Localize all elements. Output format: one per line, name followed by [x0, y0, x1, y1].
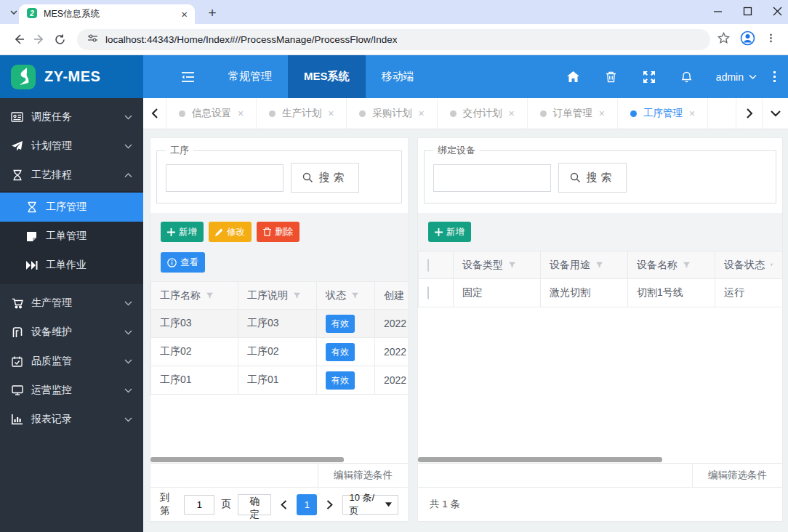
tab-scroll-left-icon[interactable]	[143, 98, 166, 129]
edit-button[interactable]: 修改	[209, 222, 252, 242]
tab-production-plan[interactable]: 生产计划×	[257, 98, 347, 129]
select-all-checkbox[interactable]	[427, 259, 429, 272]
fullscreen-icon[interactable]	[630, 55, 668, 98]
next-page-icon[interactable]	[323, 500, 336, 509]
nav-item-mobile[interactable]: 移动端	[366, 55, 430, 98]
device-search-input[interactable]	[433, 164, 551, 192]
horizontal-scrollbar[interactable]	[150, 457, 408, 463]
column-header[interactable]: 创建	[375, 282, 409, 310]
column-header[interactable]: 设备类型	[454, 251, 541, 279]
window-close-icon[interactable]	[773, 6, 782, 19]
tab-delivery-plan[interactable]: 交付计划×	[438, 98, 528, 129]
tab-close-icon[interactable]: ×	[328, 108, 334, 119]
filter-icon[interactable]	[595, 261, 603, 269]
view-button-label: 查看	[180, 257, 198, 269]
browser-tab[interactable]: 2 MES信息系统 ×	[19, 4, 195, 24]
nav-item-mes[interactable]: MES系统	[288, 55, 366, 98]
sidebar-item-process-schedule[interactable]: 工艺排程	[0, 161, 143, 190]
filter-icon[interactable]	[206, 291, 214, 299]
process-search-input[interactable]	[166, 164, 284, 192]
tab-list-dropdown-icon[interactable]	[762, 98, 788, 129]
delete-button[interactable]: 删除	[257, 222, 299, 242]
reload-icon[interactable]	[49, 29, 70, 49]
tab-close-icon[interactable]: ×	[689, 108, 695, 119]
chevron-down-icon	[124, 417, 132, 422]
browser-menu-icon[interactable]	[765, 33, 776, 47]
edit-filter-link[interactable]: 编辑筛选条件	[318, 464, 408, 487]
sidebar-item-workorder-job[interactable]: 工单作业	[0, 251, 143, 280]
tab-close-icon[interactable]: ×	[238, 108, 244, 119]
bell-icon[interactable]	[668, 55, 706, 98]
home-icon[interactable]	[555, 55, 592, 98]
trash-icon[interactable]	[592, 55, 630, 98]
add-device-button[interactable]: 新增	[428, 222, 471, 242]
logo[interactable]: ZY-MES	[0, 55, 143, 98]
prev-page-icon[interactable]	[278, 500, 290, 509]
tab-close-icon[interactable]: ×	[509, 108, 515, 119]
filter-icon[interactable]	[293, 291, 301, 299]
filter-icon[interactable]	[351, 291, 359, 299]
sidebar-item-quality[interactable]: 品质监管	[0, 347, 143, 376]
page-size-select[interactable]: 10 条/页	[342, 495, 398, 515]
pagination: 到第 页 确定 1 10 条/页	[150, 487, 408, 521]
sidebar-item-operations[interactable]: 运营监控	[0, 376, 143, 405]
bookmark-star-icon[interactable]	[717, 32, 730, 47]
tab-order-manage[interactable]: 订单管理×	[528, 98, 618, 129]
new-tab-icon[interactable]: +	[204, 4, 221, 22]
cell-device-type: 固定	[454, 279, 541, 307]
tab-process-manage[interactable]: 工序管理×	[618, 98, 708, 129]
sidebar-item-label: 工艺排程	[31, 169, 116, 182]
horizontal-scrollbar[interactable]	[418, 457, 782, 463]
nav-item-general[interactable]: 常规管理	[212, 55, 288, 98]
column-header[interactable]: 工序说明	[238, 282, 317, 310]
filter-icon[interactable]	[770, 261, 773, 269]
window-maximize-icon[interactable]	[743, 6, 752, 19]
table-row[interactable]: 工序01 工序01 有效 2022	[151, 366, 409, 395]
url-bar[interactable]: localhost:44343/Home/Index#//ProcessMana…	[77, 29, 710, 50]
edit-filter-link[interactable]: 编辑筛选条件	[692, 464, 782, 487]
column-header[interactable]: 设备用途	[541, 251, 628, 279]
process-table: 工序名称 工序说明 状态 创建 工序03 工序03 有效 2022 工序02 工…	[150, 281, 408, 395]
column-header[interactable]: 状态	[317, 282, 375, 310]
tab-scroll-right-icon[interactable]	[736, 98, 762, 129]
table-row[interactable]: 工序02 工序02 有效 2022	[151, 338, 409, 366]
table-row[interactable]: 固定 激光切割 切割1号线 运行	[419, 279, 783, 307]
sidebar-item-production[interactable]: 生产管理	[0, 289, 143, 318]
tab-purchase-plan[interactable]: 采购计划×	[347, 98, 437, 129]
tab-info-settings[interactable]: 信息设置×	[166, 98, 257, 129]
tab-close-icon[interactable]: ×	[599, 108, 605, 119]
column-header[interactable]: 设备名称	[628, 251, 715, 279]
process-search-button[interactable]: 搜索	[291, 163, 359, 193]
current-page[interactable]: 1	[297, 494, 317, 515]
sidebar-item-reports[interactable]: 报表记录	[0, 405, 143, 434]
table-row[interactable]: 工序03 工序03 有效 2022	[151, 310, 409, 338]
sidebar-item-plan[interactable]: 计划管理	[0, 132, 143, 161]
sidebar-item-workorder-manage[interactable]: 工单管理	[0, 222, 143, 251]
main-content: 工序 搜索 新增 修改	[143, 129, 788, 532]
column-header[interactable]: 工序名称	[151, 282, 238, 310]
collapse-menu-icon[interactable]	[164, 55, 212, 98]
profile-icon[interactable]	[740, 31, 755, 49]
row-checkbox[interactable]	[427, 286, 429, 299]
tab-close-icon[interactable]: ×	[181, 9, 188, 20]
forward-icon[interactable]	[29, 29, 49, 49]
column-header[interactable]: 设备状态	[715, 251, 783, 279]
add-button[interactable]: 新增	[161, 222, 204, 242]
user-menu[interactable]: admin	[706, 55, 767, 98]
device-search-button[interactable]: 搜索	[558, 163, 627, 193]
sidebar-item-equipment[interactable]: 设备维护	[0, 318, 143, 347]
page-number-input[interactable]	[184, 495, 214, 515]
back-icon[interactable]	[9, 29, 29, 49]
sidebar-item-label: 计划管理	[31, 140, 116, 153]
sidebar-item-process-manage[interactable]: 工序管理	[0, 193, 143, 222]
tab-label: 生产计划	[282, 107, 321, 120]
filter-icon[interactable]	[683, 261, 691, 269]
filter-icon[interactable]	[508, 261, 516, 269]
header-more-icon[interactable]	[767, 55, 788, 98]
tab-close-icon[interactable]: ×	[418, 108, 424, 119]
sidebar-item-dispatch[interactable]: 调度任务	[0, 102, 143, 132]
confirm-page-button[interactable]: 确定	[238, 494, 271, 515]
site-settings-icon[interactable]	[87, 33, 98, 47]
view-button[interactable]: 查看	[161, 252, 205, 273]
window-minimize-icon[interactable]	[713, 6, 723, 19]
